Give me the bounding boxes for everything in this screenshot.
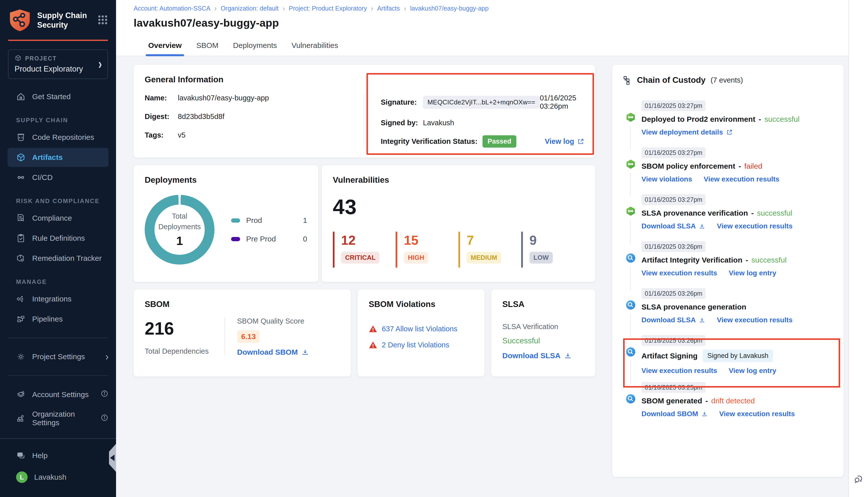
- pipeline-event-icon: [625, 206, 636, 216]
- tab-bar: Overview SBOM Deployments Vulnerabilitie…: [116, 35, 849, 56]
- sbom-quality-label: SBOM Quality Score: [237, 317, 309, 325]
- signature-value-chip[interactable]: MEQCICde2VjIT...bL+2+mqnOXw==: [423, 96, 540, 109]
- download-sbom-link[interactable]: Download SBOM: [642, 410, 708, 418]
- prod-swatch: [231, 218, 240, 223]
- severity-medium: 7 MEDIUM: [458, 232, 521, 268]
- collapse-left-icon: [110, 455, 114, 461]
- download-slsa-link[interactable]: Download SLSA: [502, 351, 584, 360]
- severity-high: 15 HIGH: [395, 232, 458, 268]
- deployments-title: Deployments: [145, 175, 307, 185]
- download-slsa-link[interactable]: Download SLSA: [642, 222, 705, 230]
- custody-event-artifact-integrity: 01/16/2025 03:26pm Artifact Integrity Ve…: [621, 241, 844, 288]
- breadcrumb-project[interactable]: Project: Product Exploratory: [289, 5, 367, 12]
- sidebar-item-pipelines[interactable]: Pipelines: [0, 309, 116, 329]
- digest-row: Digest: 8d23bd3b5d8f: [145, 112, 364, 121]
- project-selector[interactable]: PROJECT Product Exploratory ›: [8, 49, 108, 79]
- sidebar-divider: [8, 375, 108, 376]
- timeline-connector: [630, 172, 631, 197]
- sidebar-item-artifacts[interactable]: Artifacts: [8, 148, 109, 167]
- overview-left-column: General Information Name: lavakush07/eas…: [134, 65, 595, 497]
- event-status: successful: [764, 115, 799, 124]
- chain-of-custody-count: (7 events): [711, 76, 743, 84]
- view-execution-results-link[interactable]: View execution results: [704, 175, 779, 183]
- breadcrumb-account[interactable]: Account: Automation-SSCA: [134, 5, 210, 12]
- view-log-entry-link[interactable]: View log entry: [729, 367, 776, 375]
- download-sbom-link[interactable]: Download SBOM: [237, 348, 309, 356]
- chat-bubbles-icon[interactable]: [853, 474, 864, 486]
- event-title: SLSA provenance generation: [642, 303, 746, 311]
- download-icon: [564, 352, 572, 359]
- view-deployment-details-link[interactable]: View deployment details: [642, 128, 733, 136]
- breadcrumb-artifacts[interactable]: Artifacts: [377, 5, 400, 12]
- signature-row: Signature: MEQCICde2VjIT...bL+2+mqnOXw==…: [381, 94, 584, 111]
- sbom-violations-card: SBOM Violations 637 Allow list Violation…: [358, 289, 485, 377]
- sidebar-item-code-repositories[interactable]: Code Repositories: [0, 127, 116, 147]
- severity-breakdown: 12 CRITICAL 15 HIGH 7 MEDIUM 9: [333, 232, 584, 268]
- total-deployments-value: 1: [176, 234, 183, 248]
- timeline-connector: [630, 266, 631, 290]
- home-icon: [16, 92, 26, 101]
- sidebar-item-cicd[interactable]: CI/CD: [0, 167, 116, 187]
- tab-vulnerabilities[interactable]: Vulnerabilities: [292, 35, 338, 56]
- view-execution-results-link[interactable]: View execution results: [642, 367, 717, 375]
- event-title: SBOM generated: [642, 397, 702, 405]
- sidebar-item-user[interactable]: L Lavakush: [0, 466, 116, 488]
- gear-icon: [16, 352, 26, 361]
- event-status: successful: [757, 209, 792, 217]
- slsa-title: SLSA: [502, 299, 584, 309]
- sidebar-item-integrations[interactable]: Integrations: [0, 289, 116, 309]
- view-execution-results-link[interactable]: View execution results: [719, 410, 795, 418]
- sidebar-item-project-settings[interactable]: Project Settings ›: [0, 347, 116, 367]
- sidebar-item-account-settings[interactable]: Account Settings: [0, 384, 116, 404]
- scan-event-icon: [625, 394, 636, 404]
- event-title: Deployed to Prod2 environment: [642, 115, 755, 124]
- code-repository-icon: [16, 132, 26, 142]
- event-timestamp: 01/16/2025 03:27pm: [642, 100, 705, 111]
- page-title: lavakush07/easy-buggy-app: [134, 17, 838, 29]
- sidebar-item-organization-settings[interactable]: Organization Settings: [0, 404, 116, 432]
- sidebar-item-compliance[interactable]: Compliance: [0, 208, 116, 228]
- view-violations-link[interactable]: View violations: [642, 175, 692, 183]
- breadcrumb-organization[interactable]: Organization: default: [221, 5, 279, 12]
- clipboard-check-icon: [16, 233, 26, 243]
- breadcrumb-current[interactable]: lavakush07/easy-buggy-app: [410, 5, 489, 12]
- timeline-connector: [630, 126, 631, 150]
- sidebar-divider: [8, 338, 108, 338]
- sidebar-nav: Get Started SUPPLY CHAIN Code Repositori…: [0, 87, 116, 432]
- medium-badge: MEDIUM: [467, 252, 501, 264]
- tab-sbom[interactable]: SBOM: [196, 35, 218, 56]
- download-slsa-link[interactable]: Download SLSA: [642, 316, 705, 324]
- view-log-entry-link[interactable]: View log entry: [729, 269, 776, 277]
- deny-list-violations-link[interactable]: 2 Deny list Violations: [369, 341, 473, 349]
- app-header: Supply ChainSecurity: [0, 0, 116, 39]
- view-execution-results-link[interactable]: View execution results: [717, 222, 793, 230]
- custody-event-sbom-generated: 01/16/2025 03:25pm SBOM generated - drif…: [621, 382, 844, 429]
- deployment-event-icon: [625, 112, 636, 123]
- sidebar-item-rule-definitions[interactable]: Rule Definitions: [0, 228, 116, 248]
- tab-deployments[interactable]: Deployments: [233, 35, 277, 56]
- view-execution-results-link[interactable]: View execution results: [642, 269, 717, 277]
- event-status: failed: [744, 162, 762, 170]
- download-icon: [701, 411, 708, 417]
- pipelines-icon: [16, 314, 26, 324]
- tab-overview[interactable]: Overview: [148, 35, 182, 56]
- compliance-document-icon: [16, 213, 26, 223]
- view-log-link[interactable]: View log: [545, 137, 584, 146]
- sidebar-item-remediation-tracker[interactable]: Remediation Tracker: [0, 248, 116, 268]
- low-badge: LOW: [530, 252, 553, 264]
- custody-event-slsa-generation: 01/16/2025 03:26pm SLSA provenance gener…: [621, 288, 844, 335]
- scan-event-icon: [625, 347, 636, 357]
- slsa-card: SLSA SLSA Verification Successful Downlo…: [491, 289, 595, 377]
- app-grid-icon[interactable]: [97, 14, 109, 27]
- sidebar-item-get-started[interactable]: Get Started: [0, 87, 116, 107]
- view-execution-results-link[interactable]: View execution results: [717, 316, 793, 324]
- sbom-title: SBOM: [145, 299, 340, 309]
- sidebar-item-help[interactable]: ? Help: [0, 445, 116, 466]
- sidebar-section-risk-compliance: RISK AND COMPLIANCE: [0, 187, 116, 208]
- preprod-swatch: [231, 237, 240, 241]
- chevron-right-icon: ›: [106, 351, 109, 362]
- allow-list-violations-link[interactable]: 637 Allow list Violations: [369, 325, 473, 333]
- event-timestamp: 01/16/2025 03:25pm: [642, 382, 705, 393]
- infinity-icon: [16, 173, 26, 182]
- sidebar-section-supply-chain: SUPPLY CHAIN: [0, 107, 116, 127]
